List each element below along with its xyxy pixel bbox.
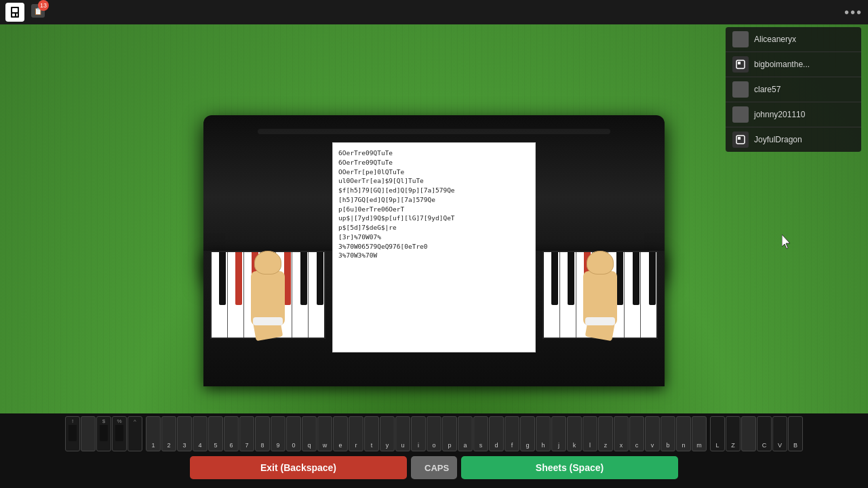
key-g[interactable]: g (520, 416, 535, 451)
mini-key (81, 416, 96, 451)
roblox-logo (5, 3, 24, 22)
player-list: Aliceaneryx bigboimanthe... clare57 john… (726, 27, 861, 152)
sheet-line: [3r]%70W07% (338, 232, 530, 242)
player-name: clare57 (754, 85, 781, 94)
sheet-line: 6OerTre09QTuTe (338, 158, 530, 167)
player-item: Aliceaneryx (726, 27, 861, 52)
sheet-line: ul0OerTr[ea]$9[Ql]TuTe (338, 176, 530, 186)
sheet-music-display: 6OerTre09QTuTe 6OerTre09QTuTe OOerTr[pe]… (332, 142, 536, 352)
key-2[interactable]: 2 (161, 416, 176, 451)
player-item: JoyfulDragon (726, 127, 861, 152)
key-w[interactable]: w (317, 416, 332, 451)
key-m[interactable]: m (692, 416, 707, 451)
player-avatar (732, 31, 749, 47)
key-h[interactable]: h (536, 416, 551, 451)
key-7[interactable]: 7 (239, 416, 254, 451)
action-buttons-row: Exit (Backspace) CAPS Sheets (Space) (0, 454, 868, 481)
key-s[interactable]: s (473, 416, 488, 451)
svg-rect-6 (736, 60, 745, 68)
sheets-button[interactable]: Sheets (Space) (461, 456, 678, 479)
player-name: bigboimanthe... (754, 60, 810, 69)
svg-rect-9 (738, 137, 741, 140)
player-name: JoyfulDragon (754, 135, 802, 144)
key-5[interactable]: 5 (208, 416, 223, 451)
key-k[interactable]: k (567, 416, 582, 451)
key-3[interactable]: 3 (177, 416, 192, 451)
svg-rect-2 (12, 14, 15, 16)
caps-button[interactable]: CAPS (411, 456, 457, 479)
exit-button[interactable]: Exit (Backspace) (190, 456, 407, 479)
right-mini-keys: L Z C V B (710, 416, 803, 451)
sheet-line: up$|[7yd]9Q$p[uf][lG]7[9yd]QeT (338, 214, 530, 223)
svg-rect-7 (738, 62, 741, 64)
key-d[interactable]: d (489, 416, 504, 451)
player-name: johnny201110 (754, 110, 805, 119)
key-z[interactable]: z (598, 416, 613, 451)
right-hand-character (583, 271, 617, 325)
svg-rect-3 (16, 14, 18, 16)
svg-rect-1 (12, 8, 18, 12)
player-avatar (732, 81, 749, 98)
notification-badge: 13 (38, 0, 49, 11)
bottom-bar: ! $ % ^ 1 2 3 4 5 6 7 8 (0, 413, 868, 488)
mini-key-v: V (772, 416, 787, 451)
key-y[interactable]: y (380, 416, 395, 451)
key-0[interactable]: 0 (286, 416, 301, 451)
sheet-line: 6OerTre09QTuTe (338, 148, 530, 158)
keyboard-visual-row: ! $ % ^ 1 2 3 4 5 6 7 8 (0, 413, 868, 454)
key-f[interactable]: f (505, 416, 519, 451)
player-item: clare57 (726, 77, 861, 102)
mini-key-z: Z (726, 416, 741, 451)
key-1[interactable]: 1 (146, 416, 161, 451)
player-avatar (732, 56, 749, 73)
key-b[interactable]: b (660, 416, 675, 451)
sheet-line: 3%70W06579QeQ976[0eTre0 (338, 242, 530, 251)
main-keys: 1 2 3 4 5 6 7 8 9 0 q w e r t y u i o p … (146, 416, 707, 451)
mini-key: ^ (127, 416, 142, 451)
key-6[interactable]: 6 (224, 416, 239, 451)
mini-key: % (112, 416, 127, 451)
key-x[interactable]: x (614, 416, 629, 451)
key-a[interactable]: a (458, 416, 473, 451)
player-item: bigboimanthe... (726, 52, 861, 77)
key-p[interactable]: p (442, 416, 457, 451)
key-8[interactable]: 8 (255, 416, 270, 451)
sheet-line: $f[h5]79[GQ][ed]Q[9p][7a]579Qe (338, 186, 530, 195)
sheet-line: p[6u]0erTre06OerT (338, 205, 530, 214)
key-q[interactable]: q (302, 416, 317, 451)
key-l[interactable]: l (583, 416, 597, 451)
sheet-line: 3%70W3%70W (338, 251, 530, 260)
player-avatar (732, 106, 749, 123)
sheet-line: OOerTr[pe]0lQTuTe (338, 167, 530, 177)
topbar: 📋 13 ••• (0, 0, 868, 24)
key-o[interactable]: o (427, 416, 441, 451)
key-t[interactable]: t (364, 416, 379, 451)
left-hand-character (251, 271, 285, 325)
mini-key-l: L (710, 416, 725, 451)
mini-key-b: B (788, 416, 803, 451)
mini-key: ! (65, 416, 80, 451)
player-avatar (732, 131, 749, 148)
key-c[interactable]: c (629, 416, 644, 451)
topbar-more-button[interactable]: ••• (844, 5, 863, 20)
notification-icon[interactable]: 📋 13 (30, 3, 46, 22)
key-v[interactable]: v (645, 416, 660, 451)
player-name: Aliceaneryx (754, 35, 796, 44)
mini-key-c: C (757, 416, 772, 451)
player-item: johnny201110 (726, 102, 861, 127)
sheet-line: p$[5d]7$deG$|re (338, 223, 530, 232)
key-i[interactable]: i (411, 416, 426, 451)
key-9[interactable]: 9 (271, 416, 285, 451)
key-j[interactable]: j (551, 416, 566, 451)
key-e[interactable]: e (333, 416, 348, 451)
key-u[interactable]: u (395, 416, 410, 451)
mini-key-space (741, 416, 756, 451)
key-r[interactable]: r (349, 416, 363, 451)
left-mini-keys: ! $ % ^ (65, 416, 142, 451)
key-4[interactable]: 4 (193, 416, 208, 451)
sheet-line: [h5]7GQ[ed]Q[9p][7a]579Qe (338, 195, 530, 205)
key-n[interactable]: n (676, 416, 691, 451)
svg-rect-8 (736, 136, 745, 144)
mini-key: $ (96, 416, 111, 451)
